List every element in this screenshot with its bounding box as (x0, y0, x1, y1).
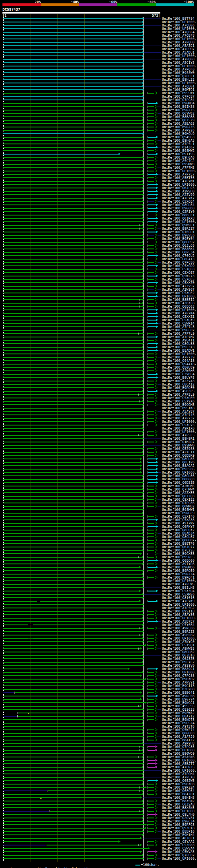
tail-segment-cyan (148, 191, 156, 192)
hit-alignment-line (3, 804, 142, 805)
hit-alignment-line (3, 858, 142, 859)
hit-alignment-line (3, 608, 142, 609)
hit-alignment-line (3, 316, 142, 317)
arrowhead-icon (145, 702, 147, 704)
hit-alignment-line (3, 286, 142, 287)
label-connector-line (158, 696, 161, 696)
hit-alignment-line (3, 150, 142, 151)
label-connector-line (144, 100, 161, 100)
tail-start-tick (147, 553, 147, 555)
arrowhead-icon (156, 187, 158, 189)
hit-alignment-line (3, 689, 142, 690)
label-connector-line (158, 757, 161, 757)
hit-alignment-line (3, 665, 142, 666)
tail-segment-cyan (148, 520, 156, 520)
label-connector-line (158, 472, 161, 473)
label-connector-line (158, 635, 161, 635)
arrowhead-icon (142, 755, 144, 758)
tail-segment-cyan (148, 780, 156, 781)
hollow-arrowhead-icon (155, 403, 158, 406)
arrowhead-icon (156, 220, 158, 223)
tail-start-tick (147, 539, 147, 541)
tail-start-tick (147, 448, 147, 450)
tail-segment-green (148, 353, 154, 354)
hollow-arrowhead-icon (155, 244, 158, 247)
tail-segment-green (148, 380, 154, 381)
hit-alignment-line (3, 733, 142, 734)
arrowhead-icon (142, 298, 144, 301)
arrowhead-icon (142, 481, 144, 484)
arrowhead-icon (142, 159, 144, 162)
hollow-arrowhead-icon (155, 288, 158, 291)
tail-start-tick (147, 305, 147, 308)
tail-start-tick (147, 732, 147, 734)
hollow-arrowhead-inner (155, 268, 157, 270)
label-connector-line (144, 134, 161, 134)
arrowhead-icon (119, 153, 121, 155)
label-connector-line (158, 188, 161, 188)
hit-alignment-line (3, 425, 142, 426)
hit-alignment-line (3, 188, 142, 188)
hollow-arrowhead-inner (155, 522, 157, 524)
hollow-arrowhead-inner (155, 248, 157, 250)
label-connector-line (158, 357, 161, 358)
arrowhead-icon (142, 359, 144, 362)
tail-segment-cyan (148, 313, 156, 314)
hit-id-label[interactable]: UniRef100_UPI000.. (162, 857, 197, 860)
hit-alignment-line (3, 313, 142, 314)
hollow-arrowhead-icon (155, 339, 158, 342)
tail-start-tick (147, 719, 147, 721)
arrowhead-icon (140, 691, 142, 694)
tail-start-tick (147, 153, 147, 155)
hit-alignment-line (3, 459, 140, 459)
tail-segment-cyan (148, 465, 156, 466)
tail-segment-green (148, 262, 154, 263)
arrowhead-icon (142, 752, 144, 755)
arrowhead-icon (142, 271, 144, 274)
arrowhead-icon (156, 295, 158, 298)
hit-alignment-line (3, 770, 142, 771)
arrowhead-icon (156, 190, 158, 192)
tail-start-tick (147, 241, 147, 243)
arrowhead-icon (142, 163, 144, 165)
arrowhead-icon (142, 664, 144, 666)
hit-alignment-line (3, 266, 142, 266)
hollow-arrowhead-inner (155, 800, 157, 802)
hit-alignment-line (3, 350, 142, 351)
hit-alignment-line (3, 441, 142, 442)
hollow-arrowhead-icon (155, 112, 158, 115)
hollow-arrowhead-inner (155, 245, 157, 246)
tail-start-tick (147, 559, 147, 562)
hit-alignment-line (3, 601, 139, 602)
label-connector-line (158, 452, 161, 452)
arrowhead-icon (142, 430, 144, 433)
arrowhead-icon (142, 352, 144, 355)
arrowhead-icon (139, 600, 141, 602)
hit-alignment-line (3, 245, 142, 246)
tail-start-tick (147, 820, 147, 823)
arrowhead-icon (142, 373, 144, 375)
hollow-arrowhead-icon (155, 420, 158, 423)
tail-start-tick (147, 383, 147, 385)
hit-alignment-line (3, 130, 142, 131)
hit-alignment-line (3, 452, 142, 453)
hit-alignment-line (3, 367, 142, 368)
hollow-arrowhead-inner (155, 116, 157, 118)
hit-alignment-line (3, 699, 140, 700)
hollow-arrowhead-inner (155, 302, 157, 304)
arrowhead-icon (142, 261, 144, 264)
tail-start-tick (147, 343, 147, 345)
hollow-arrowhead-icon (155, 803, 158, 806)
arrowhead-icon (142, 569, 144, 572)
arrowhead-icon (156, 525, 158, 528)
label-connector-line (144, 574, 161, 574)
hit-alignment-line (3, 69, 142, 70)
tail-segment-magenta (148, 851, 155, 852)
arrowhead-icon (142, 329, 144, 331)
hollow-arrowhead-icon (155, 413, 158, 416)
tail-segment-green (148, 252, 154, 253)
tail-segment-green (148, 550, 154, 551)
hit-alignment-line (3, 242, 142, 243)
hollow-arrowhead-icon (155, 213, 158, 216)
tail-segment-cyan (148, 472, 156, 473)
